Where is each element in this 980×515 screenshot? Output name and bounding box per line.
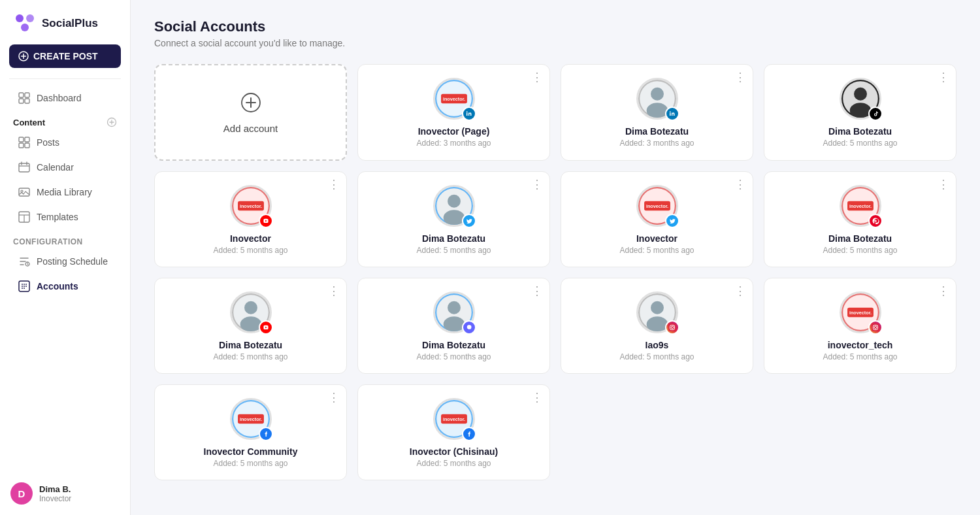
- sidebar-item-posts[interactable]: Posts: [5, 131, 125, 154]
- logo-area: SocialPlus: [0, 0, 130, 44]
- account-name: Inovector: [230, 233, 271, 244]
- add-content-icon[interactable]: [106, 117, 117, 127]
- svg-text:inovector.: inovector.: [645, 203, 668, 209]
- account-card[interactable]: ⋮ Dima Botezatu Added: 5 months ago: [154, 278, 347, 374]
- svg-point-65: [443, 316, 465, 332]
- sidebar-item-templates[interactable]: Templates: [5, 205, 125, 229]
- account-name: Inovector Community: [204, 446, 298, 457]
- svg-point-0: [16, 14, 24, 22]
- user-profile[interactable]: D Dima B. Inovector: [0, 474, 130, 505]
- card-menu-button[interactable]: ⋮: [328, 391, 340, 403]
- svg-text:inovector.: inovector.: [849, 310, 871, 316]
- add-account-card[interactable]: Add account: [154, 64, 347, 161]
- svg-rect-9: [25, 99, 29, 103]
- svg-text:inovector.: inovector.: [442, 416, 465, 422]
- twitter-badge: [462, 214, 476, 228]
- account-card[interactable]: ⋮ inovector. Inovector Community Added: …: [154, 384, 347, 480]
- account-card[interactable]: ⋮ Dima Botezatu Added: 5 months ago: [357, 278, 550, 374]
- svg-point-61: [240, 316, 261, 332]
- templates-label: Templates: [37, 212, 78, 222]
- account-card[interactable]: ⋮ inovector. Inovector Added: 5 months a…: [154, 171, 347, 267]
- card-menu-button[interactable]: ⋮: [938, 285, 949, 297]
- card-menu-button[interactable]: ⋮: [531, 391, 543, 403]
- account-name: inovector_tech: [828, 340, 893, 350]
- sidebar-item-accounts[interactable]: Accounts: [5, 274, 125, 298]
- posts-icon: [18, 137, 30, 148]
- media-library-label: Media Library: [37, 187, 92, 197]
- svg-point-40: [854, 88, 867, 101]
- linkedin-badge: [665, 107, 679, 121]
- account-added: Added: 5 months ago: [416, 459, 491, 468]
- card-menu-button[interactable]: ⋮: [734, 178, 746, 190]
- card-menu-button[interactable]: ⋮: [328, 285, 340, 297]
- svg-rect-16: [25, 143, 29, 148]
- account-name: Inovector: [636, 233, 678, 244]
- youtube-badge: [259, 214, 273, 228]
- page-title: Social Accounts: [154, 18, 956, 35]
- card-menu-button[interactable]: ⋮: [531, 285, 543, 297]
- facebook-badge: [462, 427, 476, 441]
- facebook-badge: [259, 427, 273, 441]
- account-name: Inovector (Page): [418, 126, 490, 137]
- svg-rect-62: [262, 324, 270, 331]
- card-menu-button[interactable]: ⋮: [734, 285, 746, 297]
- account-card[interactable]: ⋮ Dima Botezatu Added: 3 months ago: [561, 64, 753, 161]
- svg-rect-14: [25, 137, 29, 142]
- account-card[interactable]: ⋮ inovector. Dima Botezatu Added: 5 mont…: [764, 171, 956, 267]
- account-card[interactable]: ⋮ Iao9s Added: 5 months ago: [561, 278, 753, 374]
- dashboard-label: Dashboard: [37, 93, 82, 103]
- svg-point-60: [244, 301, 257, 314]
- account-added: Added: 5 months ago: [823, 352, 897, 361]
- account-card[interactable]: ⋮ Dima Botezatu Added: 5 months ago: [357, 171, 550, 267]
- create-post-button[interactable]: CREATE POST: [9, 44, 121, 68]
- sidebar-item-calendar[interactable]: Calendar: [5, 156, 125, 179]
- calendar-label: Calendar: [37, 162, 74, 173]
- logo-text: SocialPlus: [42, 17, 98, 30]
- svg-rect-13: [19, 137, 24, 142]
- accounts-grid: Add account ⋮ inovector. Inovector (Page…: [154, 64, 956, 480]
- accounts-icon: [18, 280, 30, 292]
- user-avatar: D: [10, 482, 33, 505]
- account-added: Added: 3 months ago: [619, 139, 694, 148]
- sidebar-item-posting-schedule[interactable]: Posting Schedule: [5, 250, 125, 273]
- card-menu-button[interactable]: ⋮: [938, 71, 949, 83]
- account-added: Added: 5 months ago: [416, 352, 491, 361]
- svg-rect-70: [668, 324, 676, 331]
- account-card[interactable]: ⋮ inovector. Inovector (Chisinau) Added:…: [357, 384, 550, 480]
- account-name: Dima Botezatu: [828, 126, 892, 137]
- posting-schedule-label: Posting Schedule: [37, 256, 108, 267]
- svg-rect-21: [19, 188, 29, 196]
- account-card[interactable]: ⋮ inovector. Inovector (Page) Added: 3 m…: [357, 64, 550, 161]
- plus-circle-icon: [18, 51, 29, 61]
- account-card[interactable]: ⋮ inovector. Inovector Added: 5 months a…: [561, 171, 753, 267]
- card-menu-button[interactable]: ⋮: [531, 178, 543, 190]
- card-menu-button[interactable]: ⋮: [734, 71, 746, 83]
- avatar-wrap: [636, 291, 678, 333]
- account-card[interactable]: ⋮ inovector. inovector_tech Added: 5 mon…: [764, 278, 956, 374]
- svg-text:inovector.: inovector.: [442, 96, 465, 102]
- accounts-label: Accounts: [37, 281, 78, 291]
- svg-rect-77: [872, 324, 879, 331]
- sidebar-item-dashboard[interactable]: Dashboard: [5, 86, 125, 110]
- schedule-icon: [18, 256, 30, 267]
- sidebar-item-media-library[interactable]: Media Library: [5, 180, 125, 204]
- avatar-wrap: [840, 78, 881, 120]
- account-card[interactable]: ⋮ Dima Botezatu Added: 5 months ago: [764, 64, 956, 161]
- calendar-icon: [18, 161, 30, 173]
- instagram-badge: [665, 320, 679, 335]
- user-info: Dima B. Inovector: [39, 484, 71, 503]
- main-content: Social Accounts Connect a social account…: [131, 0, 980, 515]
- svg-text:inovector.: inovector.: [239, 416, 261, 422]
- account-added: Added: 5 months ago: [823, 139, 897, 148]
- svg-point-69: [646, 316, 668, 332]
- card-menu-button[interactable]: ⋮: [531, 71, 543, 83]
- svg-point-48: [448, 195, 461, 208]
- card-menu-button[interactable]: ⋮: [938, 178, 949, 190]
- page-subtitle: Connect a social account you'd like to m…: [154, 38, 956, 48]
- divider-top: [9, 78, 121, 79]
- mastodon-badge: [462, 320, 476, 335]
- account-name: Iao9s: [645, 340, 669, 350]
- card-menu-button[interactable]: ⋮: [328, 178, 340, 190]
- svg-text:inovector.: inovector.: [849, 203, 871, 209]
- sidebar: SocialPlus CREATE POST Dashboard Content: [0, 0, 131, 515]
